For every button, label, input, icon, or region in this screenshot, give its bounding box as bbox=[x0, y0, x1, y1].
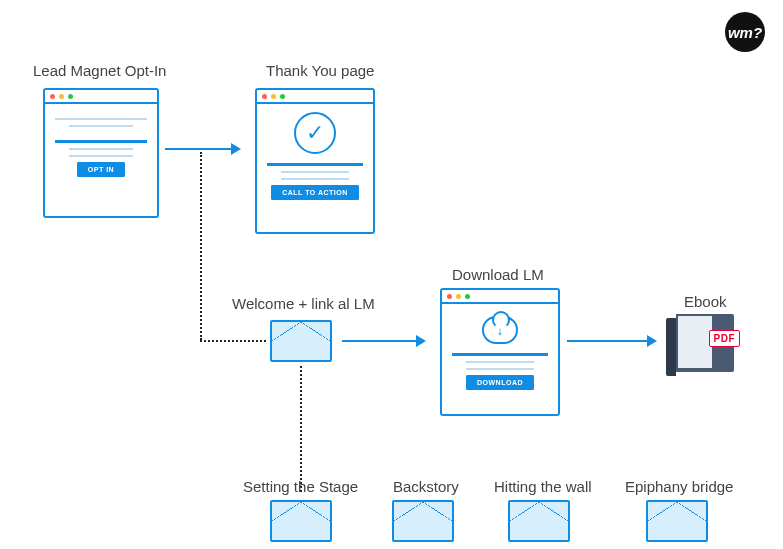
connector-dotted-h1 bbox=[200, 340, 266, 342]
label-thankyou: Thank You page bbox=[266, 62, 374, 79]
label-email-3: Hitting the wall bbox=[494, 478, 592, 495]
label-download: Download LM bbox=[452, 266, 544, 283]
mail-email-4-icon bbox=[646, 500, 708, 542]
label-ebook: Ebook bbox=[684, 293, 727, 310]
browser-bar bbox=[45, 90, 157, 104]
mail-email-1-icon bbox=[270, 500, 332, 542]
browser-bar bbox=[442, 290, 558, 304]
arrow-welcome-download bbox=[342, 340, 424, 342]
optin-button: OPT IN bbox=[77, 162, 125, 177]
connector-dotted-v2 bbox=[300, 366, 302, 492]
logo-text: wm? bbox=[728, 24, 762, 41]
cta-button: CALL TO ACTION bbox=[271, 185, 359, 200]
connector-dotted-v1 bbox=[200, 152, 202, 340]
mail-welcome-icon bbox=[270, 320, 332, 362]
mail-email-3-icon bbox=[508, 500, 570, 542]
cloud-download-icon: ↓ bbox=[482, 316, 518, 344]
logo-badge: wm? bbox=[725, 12, 765, 52]
browser-bar bbox=[257, 90, 373, 104]
label-welcome: Welcome + link al LM bbox=[232, 295, 375, 312]
browser-thankyou: ✓ CALL TO ACTION bbox=[255, 88, 375, 234]
label-email-2: Backstory bbox=[393, 478, 459, 495]
browser-optin: OPT IN bbox=[43, 88, 159, 218]
mail-email-2-icon bbox=[392, 500, 454, 542]
ebook-icon: PDF bbox=[666, 314, 740, 376]
label-optin: Lead Magnet Opt-In bbox=[33, 62, 166, 79]
ebook-pdf-tag: PDF bbox=[709, 330, 741, 347]
arrow-optin-thankyou bbox=[165, 148, 239, 150]
arrow-download-ebook bbox=[567, 340, 655, 342]
download-button: DOWNLOAD bbox=[466, 375, 534, 390]
label-email-1: Setting the Stage bbox=[243, 478, 358, 495]
label-email-4: Epiphany bridge bbox=[625, 478, 733, 495]
check-icon: ✓ bbox=[294, 112, 336, 154]
browser-download: ↓ DOWNLOAD bbox=[440, 288, 560, 416]
